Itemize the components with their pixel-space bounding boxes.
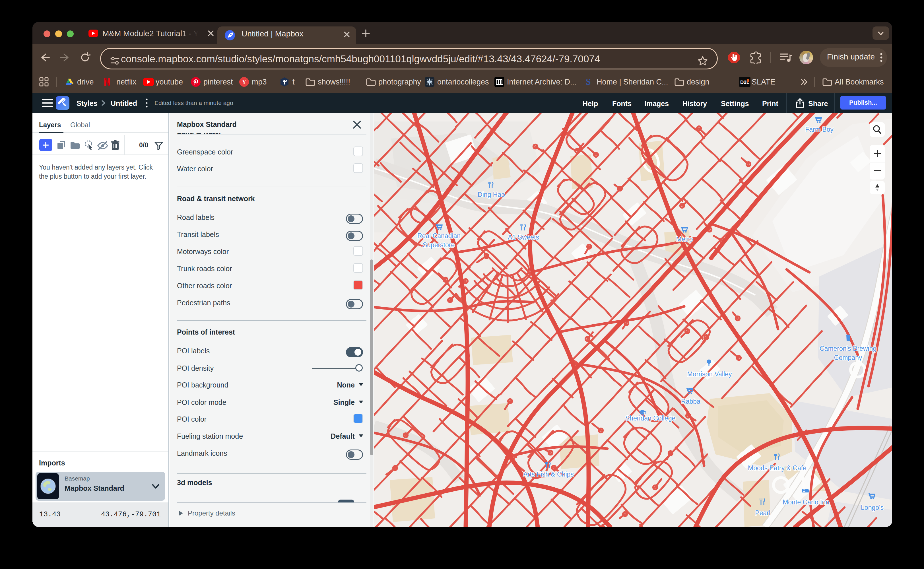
svg-text:A1 Sweets: A1 Sweets — [508, 234, 539, 241]
svg-text:Moods Eatry & Cafe: Moods Eatry & Cafe — [748, 464, 807, 472]
svg-text:Cameron's Brewing: Cameron's Brewing — [819, 345, 877, 352]
svg-text:Morrison Valley: Morrison Valley — [687, 370, 732, 378]
svg-text:Longo's: Longo's — [861, 504, 884, 511]
svg-text:Monte Carlo Inn: Monte Carlo Inn — [783, 499, 829, 506]
svg-text:Rabba: Rabba — [681, 398, 701, 405]
svg-text:Ding Hao: Ding Hao — [478, 191, 505, 198]
svg-text:S: S — [586, 77, 591, 87]
svg-text:Pearl: Pearl — [755, 509, 771, 517]
svg-text:Arts Fish & Chips: Arts Fish & Chips — [523, 470, 574, 478]
svg-text:Farm Boy: Farm Boy — [805, 126, 834, 133]
svg-text:Metro: Metro — [676, 236, 693, 243]
svg-text:Real Canadian: Real Canadian — [417, 232, 460, 240]
svg-text:Sheridan College: Sheridan College — [625, 414, 675, 422]
svg-text:Company: Company — [834, 354, 862, 361]
svg-text:Superstore: Superstore — [423, 241, 455, 249]
svg-text:Y: Y — [242, 79, 246, 85]
